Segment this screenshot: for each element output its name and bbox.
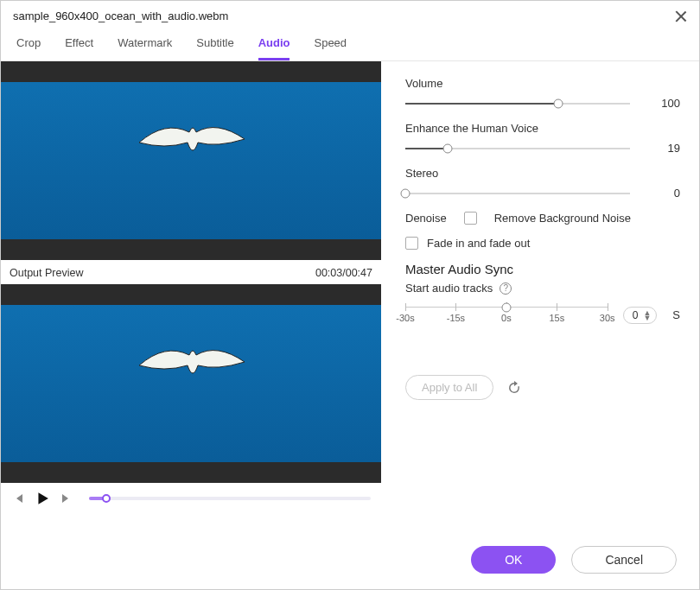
stereo-value: 0 <box>646 187 680 200</box>
preview-pane: Output Preview 00:03/00:47 <box>1 61 381 534</box>
source-video <box>1 61 381 260</box>
ok-button[interactable]: OK <box>471 546 556 574</box>
enhance-slider[interactable] <box>405 148 630 149</box>
fade-label: Fade in and fade out <box>427 237 530 250</box>
sync-unit: S <box>672 308 680 321</box>
tab-crop[interactable]: Crop <box>16 36 41 60</box>
tab-watermark[interactable]: Watermark <box>118 36 172 60</box>
step-forward-icon[interactable] <box>60 492 73 505</box>
stereo-label: Stereo <box>405 167 680 180</box>
cancel-button[interactable]: Cancel <box>571 546 677 574</box>
output-video <box>1 284 381 483</box>
dialog-footer: OK Cancel <box>1 534 699 589</box>
tab-audio[interactable]: Audio <box>258 36 290 60</box>
help-icon[interactable]: ? <box>500 282 512 295</box>
volume-value: 100 <box>646 97 680 110</box>
tab-effect[interactable]: Effect <box>65 36 93 60</box>
remove-noise-label: Remove Background Noise <box>494 212 631 225</box>
master-sync-subtitle: Start audio tracks <box>405 282 493 295</box>
fade-checkbox[interactable] <box>405 237 418 250</box>
sync-offset-value: 0 <box>633 309 639 321</box>
sync-offset-input[interactable]: 0 ▲▼ <box>623 307 658 324</box>
dialog-body: Output Preview 00:03/00:47 Volume <box>1 61 699 534</box>
enhance-value: 19 <box>646 142 680 155</box>
reset-icon[interactable] <box>507 381 521 395</box>
denoise-label: Denoise <box>405 212 447 225</box>
master-sync-title: Master Audio Sync <box>405 262 680 276</box>
progress-slider[interactable] <box>89 497 371 500</box>
titlebar: sample_960x400_ocean_with_audio.webm <box>1 1 699 26</box>
remove-noise-checkbox[interactable] <box>464 212 477 225</box>
dialog-window: sample_960x400_ocean_with_audio.webm Cro… <box>0 0 700 590</box>
preview-time: 00:03/00:47 <box>315 267 372 279</box>
window-title: sample_960x400_ocean_with_audio.webm <box>13 10 228 22</box>
step-back-icon[interactable] <box>11 492 25 505</box>
volume-slider[interactable] <box>405 103 630 105</box>
play-icon[interactable] <box>35 492 49 505</box>
close-icon[interactable] <box>675 10 687 22</box>
video-content-icon <box>130 327 251 397</box>
stepper-icon[interactable]: ▲▼ <box>643 310 651 320</box>
enhance-label: Enhance the Human Voice <box>405 122 680 135</box>
player-controls <box>1 483 381 517</box>
tab-subtitle[interactable]: Subtitle <box>196 36 233 60</box>
video-content-icon <box>130 105 251 174</box>
preview-info-row: Output Preview 00:03/00:47 <box>1 260 381 284</box>
volume-label: Volume <box>405 77 680 90</box>
tab-bar: Crop Effect Watermark Subtitle Audio Spe… <box>1 26 699 61</box>
audio-settings-pane: Volume 100 Enhance the Human Voice 19 St… <box>381 61 699 534</box>
tab-speed[interactable]: Speed <box>314 36 347 60</box>
sync-slider[interactable] <box>405 307 608 308</box>
sync-tick-labels: -30s -15s 0s 15s 30s <box>405 313 608 327</box>
apply-to-all-button[interactable]: Apply to All <box>405 375 493 400</box>
stereo-slider[interactable] <box>405 193 630 194</box>
preview-label: Output Preview <box>10 267 83 279</box>
